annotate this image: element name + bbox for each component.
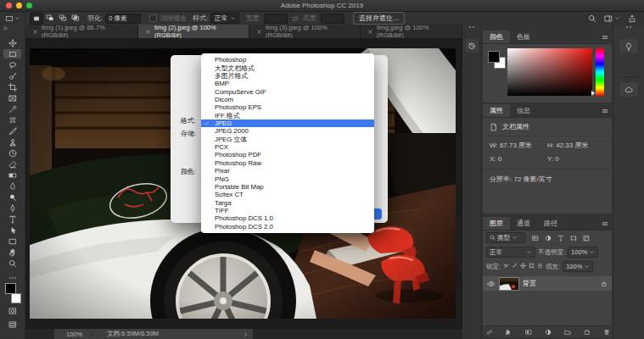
background-color-swatch[interactable] — [11, 293, 21, 303]
frame-tool[interactable] — [3, 93, 21, 103]
panel-menu-icon[interactable] — [602, 220, 612, 227]
opacity-field[interactable]: 100% — [568, 247, 598, 258]
format-menu-item[interactable]: Pixar — [201, 167, 374, 175]
document-tab[interactable]: timg (2).jpeg @ 100%(RGB/8#) — [138, 25, 249, 38]
smart-object-filter-button[interactable] — [580, 233, 591, 243]
tab-layers-路径[interactable]: 路径 — [537, 217, 564, 230]
new-selection-button[interactable] — [30, 13, 43, 25]
panel-menu-icon[interactable] — [602, 34, 612, 41]
layer-effects-button[interactable]: fx — [504, 327, 515, 337]
format-menu-item[interactable]: JPEG — [201, 119, 374, 127]
format-menu-item[interactable]: Photoshop PDF — [201, 151, 374, 158]
close-icon[interactable] — [367, 29, 373, 35]
brush-tool[interactable] — [3, 126, 21, 136]
format-menu-item[interactable]: Targa — [201, 198, 374, 206]
tool-preset-picker[interactable] — [5, 14, 20, 23]
saturation-brightness-field[interactable] — [507, 48, 592, 96]
foreground-color-swatch[interactable] — [5, 283, 16, 294]
layer-filter-select[interactable]: 类型 — [486, 232, 525, 243]
shape-layer-filter-button[interactable] — [568, 233, 579, 243]
eyedropper-tool[interactable] — [3, 104, 21, 114]
format-menu-item[interactable]: Dicom — [201, 96, 374, 103]
color-swatches[interactable] — [5, 283, 21, 303]
add-selection-button[interactable] — [44, 13, 56, 23]
width-input[interactable] — [264, 14, 288, 24]
format-menu-item[interactable]: CompuServe GIF — [201, 87, 374, 95]
fill-field[interactable]: 100% — [563, 261, 593, 272]
zoom-tool[interactable] — [3, 258, 21, 268]
type-tool[interactable] — [3, 214, 21, 224]
antialias-checkbox[interactable] — [149, 14, 157, 22]
tab-properties-属性[interactable]: 属性 — [483, 104, 510, 117]
crop-tool[interactable] — [3, 82, 21, 92]
format-menu-item[interactable]: Scitex CT — [201, 191, 374, 198]
delete-layer-button[interactable] — [601, 327, 612, 337]
close-icon[interactable] — [256, 29, 262, 35]
pen-tool[interactable] — [3, 203, 21, 213]
move-tool[interactable] — [3, 38, 21, 47]
dock-grip-icon[interactable] — [626, 26, 631, 28]
format-menu-item[interactable]: TIFF — [201, 207, 374, 214]
format-menu-item[interactable]: Photoshop Raw — [201, 159, 374, 167]
feather-input[interactable] — [105, 14, 141, 24]
style-select[interactable]: 正常 — [210, 13, 239, 24]
format-menu-item[interactable]: Photoshop DCS 2.0 — [201, 223, 374, 231]
adjustment-layer-filter-button[interactable] — [542, 233, 553, 243]
close-icon[interactable] — [32, 29, 38, 35]
workspace-switcher[interactable] — [604, 14, 620, 23]
lock-position-button[interactable] — [520, 263, 526, 270]
rectangular-marquee-tool[interactable] — [3, 49, 21, 58]
clone-stamp-tool[interactable] — [3, 137, 21, 147]
quick-mask-button[interactable] — [0, 307, 25, 315]
tab-color-色板[interactable]: 色板 — [510, 31, 537, 43]
layer-row-background[interactable]: 背景 — [483, 276, 612, 291]
subtract-selection-button[interactable] — [57, 13, 69, 23]
layer-mask-button[interactable] — [524, 327, 535, 337]
swap-dimensions-icon[interactable] — [291, 14, 300, 23]
format-menu-item[interactable]: IFF 格式 — [201, 112, 374, 119]
format-menu-item[interactable]: JPEG 立体 — [201, 136, 374, 143]
lock-artboard-button[interactable] — [529, 263, 535, 270]
pixel-layer-filter-button[interactable] — [529, 233, 540, 243]
type-layer-filter-button[interactable] — [555, 233, 566, 243]
tab-layers-通道[interactable]: 通道 — [510, 217, 537, 230]
format-menu-item[interactable]: 多图片格式 — [201, 72, 374, 80]
intersect-selection-button[interactable] — [70, 13, 81, 23]
zoom-level-field[interactable]: 100% — [54, 331, 91, 338]
document-tab[interactable]: timg.jpeg @ 100%(RGB/8#) — [361, 25, 462, 38]
eye-icon[interactable] — [487, 280, 496, 288]
height-input[interactable] — [321, 14, 344, 24]
color-cursor[interactable] — [508, 89, 514, 95]
format-menu-item[interactable]: PNG — [201, 175, 374, 182]
layer-thumbnail[interactable] — [499, 277, 519, 291]
document-tab[interactable]: timg (1).jpeg @ 66.7%(RGB/8#) — [25, 25, 138, 38]
status-options-chevron-icon[interactable] — [243, 331, 253, 337]
search-icon[interactable] — [588, 14, 596, 23]
quick-selection-tool[interactable] — [3, 71, 21, 81]
rectangle-tool[interactable] — [3, 236, 21, 246]
edit-toolbar-button[interactable] — [0, 274, 25, 282]
format-menu-item[interactable]: Photoshop DCS 1.0 — [201, 214, 374, 222]
lock-pixels-button[interactable] — [512, 263, 518, 270]
tab-color-颜色[interactable]: 颜色 — [483, 31, 510, 43]
eraser-tool[interactable] — [3, 159, 21, 169]
screen-mode-button[interactable] — [0, 320, 25, 329]
libraries-panel-button[interactable] — [619, 82, 638, 97]
antialias-checkbox-wrap[interactable]: 消除锯齿 — [149, 14, 187, 23]
format-menu-item[interactable]: PCX — [201, 143, 374, 151]
hue-slider[interactable] — [596, 48, 604, 96]
lasso-tool[interactable] — [3, 60, 21, 69]
gradient-tool[interactable] — [3, 170, 21, 180]
tab-properties-信息[interactable]: 信息 — [510, 104, 537, 117]
format-menu-item[interactable]: Portable Bit Map — [201, 183, 374, 191]
share-icon[interactable] — [628, 14, 636, 23]
dock-grip-icon[interactable] — [469, 26, 474, 28]
learn-panel-button[interactable] — [619, 39, 638, 53]
layer-group-button[interactable] — [562, 327, 573, 337]
document-tab[interactable]: timg (3).jpeg @ 100%(RGB/8#) — [249, 25, 361, 38]
blur-tool[interactable] — [3, 181, 21, 191]
close-icon[interactable] — [145, 29, 151, 35]
hand-tool[interactable] — [3, 247, 21, 257]
path-selection-tool[interactable] — [3, 225, 21, 235]
blend-mode-select[interactable]: 正常 — [486, 247, 535, 258]
